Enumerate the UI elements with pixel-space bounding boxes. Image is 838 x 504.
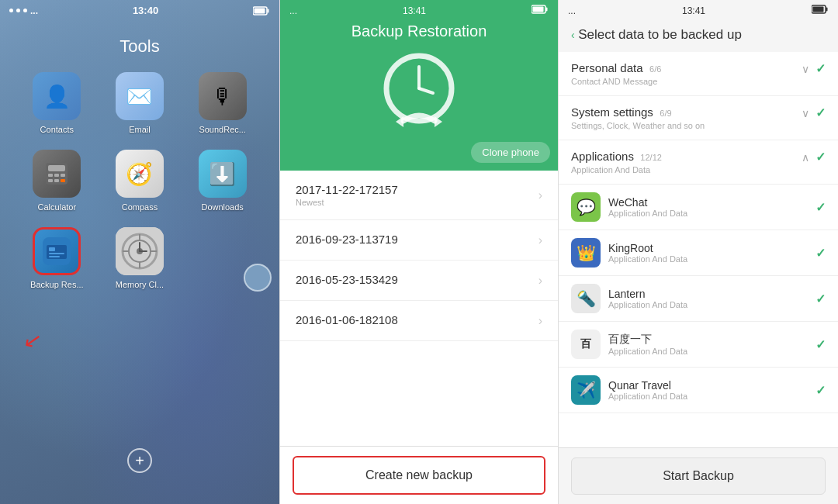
- lantern-check[interactable]: ✓: [815, 292, 826, 306]
- backup-item-0[interactable]: 2017-11-22-172157 Newest ›: [280, 171, 558, 220]
- soundrec-label: SoundRec...: [199, 125, 246, 134]
- kingroot-name: KingRoot: [608, 242, 808, 254]
- app-backup-res[interactable]: Backup Res...: [23, 227, 91, 289]
- personal-name: Personal data: [571, 61, 643, 74]
- select-list: Personal data 6/6 Contact AND Message ∨ …: [559, 52, 838, 447]
- backup-clock-container: [380, 50, 458, 138]
- svg-rect-9: [54, 179, 59, 182]
- svg-rect-8: [48, 179, 53, 182]
- backup-item-3[interactable]: 2016-01-06-182108 ›: [280, 301, 558, 341]
- app-item-qunar[interactable]: ✈️ Qunar Travel Application And Data ✓: [559, 368, 838, 413]
- category-apps[interactable]: Applications 12/12 Application And Data …: [559, 140, 838, 185]
- app-item-lantern[interactable]: 🔦 Lantern Application And Data ✓: [559, 276, 838, 322]
- backup-date-2: 2016-05-23-153429: [296, 273, 398, 286]
- carrier-text: ...: [30, 5, 38, 16]
- select-footer: Start Backup: [559, 447, 838, 504]
- backup-sub-0: Newest: [296, 198, 398, 207]
- svg-rect-6: [54, 174, 59, 177]
- backup-battery: [532, 5, 549, 16]
- svg-rect-36: [826, 8, 827, 12]
- backup-list: 2017-11-22-172157 Newest › 2016-09-23-11…: [280, 171, 558, 446]
- clone-phone-button[interactable]: Clone phone: [471, 142, 550, 163]
- kingroot-check[interactable]: ✓: [815, 246, 826, 261]
- compass-label: Compass: [122, 202, 158, 212]
- apps-chevron: ∧: [802, 151, 809, 164]
- battery-icon: [253, 6, 270, 16]
- app-item-wechat[interactable]: 💬 WeChat Application And Data ✓: [559, 185, 838, 230]
- panel-ios-home: ... 13:40 Tools 👤 Contacts ✉️ Email 🎙 So…: [0, 0, 279, 504]
- apps-check[interactable]: ✓: [815, 150, 826, 164]
- svg-marker-32: [435, 116, 442, 127]
- personal-check[interactable]: ✓: [815, 61, 826, 76]
- email-icon: ✉️: [116, 72, 164, 120]
- back-button[interactable]: ‹: [571, 29, 575, 41]
- apps-sub: Application And Data: [571, 165, 795, 174]
- category-system[interactable]: System settings 6/9 Settings, Clock, Wea…: [559, 96, 838, 140]
- baidu-check[interactable]: ✓: [815, 337, 826, 352]
- app-soundrec[interactable]: 🎙 SoundRec...: [189, 72, 256, 134]
- backup-screen-title: Backup Restoration: [351, 22, 487, 40]
- svg-rect-27: [532, 7, 543, 12]
- backup-footer: Create new backup: [280, 446, 558, 504]
- backup-item-2[interactable]: 2016-05-23-153429 ›: [280, 261, 558, 301]
- select-signal: ...: [568, 5, 576, 16]
- svg-rect-7: [61, 174, 65, 177]
- ios-statusbar: ... 13:40: [0, 0, 279, 21]
- kingroot-sub: Application And Data: [608, 254, 808, 264]
- app-compass[interactable]: 🧭 Compass: [106, 150, 174, 212]
- app-calculator[interactable]: Calculator: [23, 150, 91, 212]
- select-battery: [812, 5, 829, 16]
- baidu-icon: 百: [571, 330, 601, 359]
- baidu-name: 百度一下: [608, 333, 808, 347]
- apps-badge: 12/12: [640, 153, 662, 162]
- app-item-baidu[interactable]: 百 百度一下 Application And Data ✓: [559, 322, 838, 368]
- calculator-icon: [33, 150, 81, 198]
- select-header: ‹ Select data to be backed up: [559, 21, 838, 52]
- backup-arrow-0: ›: [538, 188, 542, 202]
- category-personal[interactable]: Personal data 6/6 Contact AND Message ∨ …: [559, 52, 838, 96]
- ios-battery: [253, 6, 270, 16]
- app-downloads[interactable]: ⬇️ Downloads: [189, 150, 256, 212]
- backup-header: ... 13:41 Backup Restoration: [280, 0, 558, 171]
- kingroot-icon: 👑: [571, 238, 601, 268]
- contacts-label: Contacts: [40, 125, 74, 134]
- downloads-icon: ⬇️: [199, 150, 247, 198]
- apps-name: Applications: [571, 150, 634, 163]
- system-check[interactable]: ✓: [815, 105, 826, 120]
- ios-time: 13:40: [133, 5, 158, 16]
- app-item-kingroot[interactable]: 👑 KingRoot Application And Data ✓: [559, 230, 838, 276]
- backup-item-1[interactable]: 2016-09-23-113719 ›: [280, 220, 558, 261]
- app-contacts[interactable]: 👤 Contacts: [23, 72, 91, 134]
- backup-signal: ...: [289, 5, 297, 16]
- select-screen-title: Select data to be backed up: [578, 27, 742, 42]
- backup-icon: [33, 227, 81, 275]
- select-statusbar: ... 13:41: [559, 0, 838, 21]
- svg-line-31: [419, 88, 433, 93]
- avatar: [244, 264, 272, 292]
- svg-rect-5: [48, 174, 53, 177]
- personal-sub: Contact AND Message: [571, 77, 795, 86]
- wechat-check[interactable]: ✓: [815, 200, 826, 215]
- compass-icon: 🧭: [116, 150, 164, 198]
- ios-signal: ...: [9, 5, 38, 16]
- system-badge: 6/9: [660, 109, 671, 118]
- app-email[interactable]: ✉️ Email: [106, 72, 174, 134]
- backup-arrow-2: ›: [538, 274, 542, 288]
- app-memory[interactable]: Memory Cl...: [106, 227, 174, 289]
- panel-backup: ... 13:41 Backup Restoration: [279, 0, 559, 504]
- personal-badge: 6/6: [649, 64, 661, 74]
- svg-rect-2: [267, 9, 268, 12]
- add-app-button[interactable]: +: [127, 448, 152, 473]
- svg-marker-33: [396, 116, 403, 127]
- svg-rect-4: [48, 165, 65, 171]
- select-time: 13:41: [682, 5, 705, 16]
- memory-icon: [116, 227, 164, 275]
- create-backup-button[interactable]: Create new backup: [293, 456, 545, 495]
- svg-rect-35: [812, 7, 823, 12]
- qunar-check[interactable]: ✓: [815, 383, 826, 398]
- panel-select-data: ... 13:41 ‹ Select data to be backed up …: [559, 0, 838, 504]
- lantern-sub: Application And Data: [608, 300, 808, 309]
- signal-dot-1: [9, 9, 13, 12]
- start-backup-button[interactable]: Start Backup: [571, 457, 826, 495]
- wechat-sub: Application And Data: [608, 209, 808, 218]
